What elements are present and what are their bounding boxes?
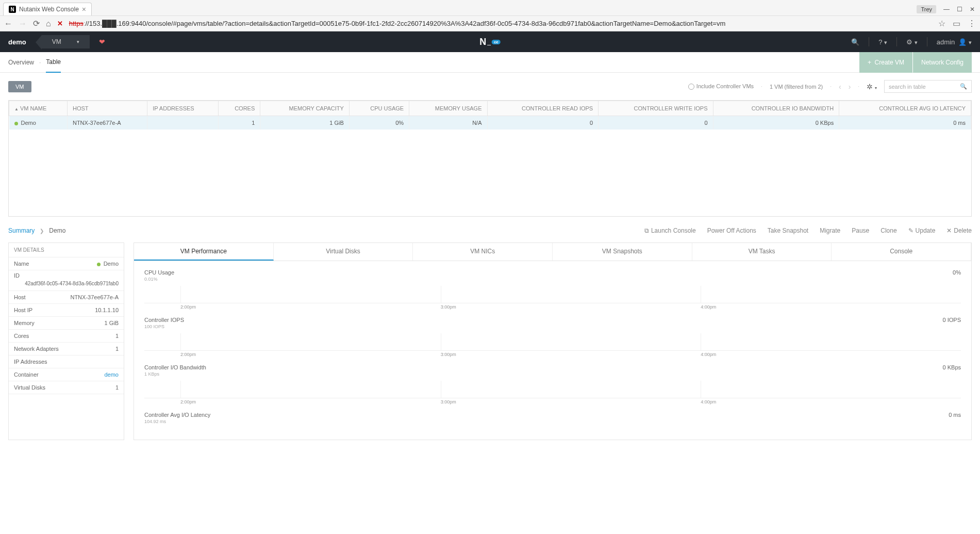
entity-selector[interactable]: VM ▾ <box>42 35 90 48</box>
tab-vm-nics[interactable]: VM NICs <box>413 243 553 261</box>
tab-overview[interactable]: Overview <box>8 53 34 72</box>
detail-id: ID42adf36f-0c05-4734-8d3a-96cdb971fab0 <box>9 270 124 291</box>
tab-bar: N Nutanix Web Console × Trey — ☐ ✕ <box>0 0 980 15</box>
separator-dot: · <box>858 84 859 89</box>
vm-details-header: VM DETAILS <box>9 243 124 257</box>
detail-nics: Network Adapters1 <box>9 343 124 355</box>
app-header: demo VM ▾ ❤ N_ce 🔍 ? ▾ ⚙ ▾ admin 👤 ▾ <box>0 31 980 52</box>
power-off-button[interactable]: Power Off Actions <box>707 227 756 234</box>
favicon-icon: N <box>9 6 16 13</box>
vm-details-panel: VM DETAILS NameDemo ID42adf36f-0c05-4734… <box>8 242 124 440</box>
detail-cores: Cores1 <box>9 330 124 343</box>
search-input[interactable]: search in table🔍 <box>884 80 972 93</box>
col-wiops[interactable]: CONTROLLER WRITE IOPS <box>599 101 713 116</box>
os-user-badge: Trey <box>917 5 936 13</box>
reload-icon[interactable]: ⟳ <box>33 19 40 28</box>
chart-controller-bandwidth: Controller I/O Bandwidth0 KBps 1 KBps 2:… <box>144 364 961 404</box>
col-lat[interactable]: CONTROLLER AVG IO LATENCY <box>839 101 971 116</box>
vm-chip[interactable]: VM <box>8 81 31 92</box>
pause-button[interactable]: Pause <box>852 227 869 234</box>
separator-dot: · <box>830 84 832 89</box>
back-icon[interactable]: ← <box>4 19 12 28</box>
tab-vm-performance[interactable]: VM Performance <box>134 243 274 261</box>
network-config-button[interactable]: Network Config <box>913 52 972 73</box>
gear-icon[interactable]: ✲ ▾ <box>867 83 877 91</box>
col-memu[interactable]: MEMORY USAGE <box>409 101 487 116</box>
separator-dot: · <box>761 84 762 89</box>
divider <box>896 37 897 46</box>
health-icon[interactable]: ❤ <box>99 38 105 46</box>
col-ip[interactable]: IP ADDRESSES <box>147 101 219 116</box>
vm-table: ▲ VM NAME HOST IP ADDRESSES CORES MEMORY… <box>8 100 972 217</box>
chart-cpu-usage: CPU Usage0% 0.01% 2:00pm3:00pm4:00pm <box>144 269 961 310</box>
nutanix-logo: N_ce <box>479 37 501 47</box>
vm-detail-main: VM Performance Virtual Disks VM NICs VM … <box>134 242 972 440</box>
forward-icon[interactable]: → <box>19 19 27 28</box>
col-riops[interactable]: CONTROLLER READ IOPS <box>487 101 599 116</box>
chart-controller-iops: Controller IOPS0 IOPS 100 IOPS 2:00pm3:0… <box>144 317 961 357</box>
chevron-right-icon: ❯ <box>40 228 44 234</box>
migrate-button[interactable]: Migrate <box>820 227 840 234</box>
breadcrumb-summary[interactable]: Summary <box>8 227 35 234</box>
include-cvms-checkbox[interactable]: Include Controller VMs <box>688 83 754 90</box>
search-icon: 🔍 <box>960 83 967 90</box>
tab-vm-tasks[interactable]: VM Tasks <box>692 243 832 261</box>
detail-hostip: Host IP10.1.1.10 <box>9 304 124 317</box>
entity-label: VM <box>52 38 61 45</box>
browser-chrome: N Nutanix Web Console × Trey — ☐ ✕ ← → ⟳… <box>0 0 980 31</box>
table-row-empty <box>9 142 971 154</box>
maximize-icon[interactable]: ☐ <box>957 6 962 13</box>
help-menu[interactable]: ? ▾ <box>878 38 887 46</box>
snapshot-button[interactable]: Take Snapshot <box>768 227 808 234</box>
gear-icon[interactable]: ⚙ ▾ <box>906 38 918 46</box>
table-toolbar: VM Include Controller VMs · 1 VM (filter… <box>0 73 980 100</box>
table-row-empty <box>9 154 971 167</box>
address-bar[interactable]: https://153.███.169:9440/console/#page/v… <box>69 20 932 27</box>
detail-memory: Memory1 GiB <box>9 317 124 330</box>
menu-icon[interactable]: ⋮ <box>968 19 976 28</box>
table-row-empty <box>9 191 971 204</box>
col-bw[interactable]: CONTROLLER IO BANDWIDTH <box>713 101 839 116</box>
separator: · <box>39 59 41 66</box>
tab-title: Nutanix Web Console <box>19 6 79 13</box>
col-host[interactable]: HOST <box>67 101 147 116</box>
tab-vm-snapshots[interactable]: VM Snapshots <box>553 243 692 261</box>
tab-virtual-disks[interactable]: Virtual Disks <box>274 243 413 261</box>
update-button[interactable]: ✎ Update <box>908 227 936 234</box>
detail-tabs: VM Performance Virtual Disks VM NICs VM … <box>134 243 971 261</box>
detail-name: NameDemo <box>9 257 124 270</box>
search-icon[interactable]: 🔍 <box>851 38 859 46</box>
next-page-icon[interactable]: › <box>849 83 851 91</box>
user-menu[interactable]: admin 👤 ▾ <box>937 38 972 46</box>
star-icon[interactable]: ☆ <box>938 19 945 28</box>
col-cores[interactable]: CORES <box>218 101 260 116</box>
table-row[interactable]: Demo NTNX-37ee677e-A 1 1 GiB 0% N/A 0 0 … <box>9 116 971 130</box>
minimize-icon[interactable]: — <box>943 6 950 13</box>
prev-page-icon[interactable]: ‹ <box>839 83 841 91</box>
cast-icon[interactable]: ▭ <box>953 19 960 28</box>
col-mem[interactable]: MEMORY CAPACITY <box>260 101 350 116</box>
launch-console-button[interactable]: ⧉ Launch Console <box>644 227 696 234</box>
table-row-empty <box>9 204 971 216</box>
home-icon[interactable]: ⌂ <box>46 19 51 28</box>
breadcrumb-current: Demo <box>49 227 65 234</box>
browser-tab[interactable]: N Nutanix Web Console × <box>3 3 92 15</box>
breadcrumb: Summary ❯ Demo ⧉ Launch Console Power Of… <box>8 227 972 234</box>
detail-vdisks: Virtual Disks1 <box>9 381 124 394</box>
detail-ip: IP Addresses <box>9 355 124 368</box>
status-dot-icon <box>14 122 18 125</box>
tab-table[interactable]: Table <box>46 52 61 73</box>
col-vmname[interactable]: ▲ VM NAME <box>9 101 68 116</box>
close-icon[interactable]: × <box>82 5 86 13</box>
tab-console[interactable]: Console <box>832 243 971 261</box>
clone-button[interactable]: Clone <box>881 227 896 234</box>
create-vm-button[interactable]: + Create VM <box>859 52 912 73</box>
delete-button[interactable]: ✕ Delete <box>946 227 972 234</box>
divider <box>869 37 869 46</box>
col-cpu[interactable]: CPU USAGE <box>349 101 409 116</box>
chevron-down-icon: ▾ <box>77 39 79 44</box>
detail-container: Containerdemo <box>9 368 124 381</box>
close-window-icon[interactable]: ✕ <box>970 6 975 13</box>
insecure-icon: ✕ <box>57 20 63 27</box>
cluster-name[interactable]: demo <box>8 38 26 46</box>
